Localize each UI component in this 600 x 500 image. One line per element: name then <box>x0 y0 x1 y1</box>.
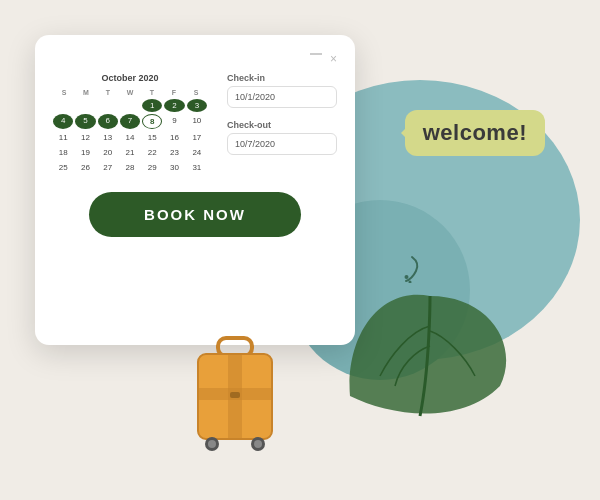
cal-day-21[interactable]: 21 <box>120 146 140 159</box>
cal-day-3[interactable]: 3 <box>187 99 207 112</box>
checkin-label: Check-in <box>227 73 337 83</box>
cal-empty-4 <box>120 99 140 112</box>
calendar: October 2020 S M T W T F S <box>53 73 207 174</box>
cal-empty-2 <box>75 99 95 112</box>
swirl-decoration <box>402 255 422 288</box>
svg-rect-7 <box>230 392 240 398</box>
cal-day-31[interactable]: 31 <box>187 161 207 174</box>
day-header-t2: T <box>141 89 163 96</box>
cal-empty-1 <box>53 99 73 112</box>
cal-day-19[interactable]: 19 <box>75 146 95 159</box>
minimize-button[interactable] <box>310 53 322 55</box>
cal-day-29[interactable]: 29 <box>142 161 162 174</box>
cal-day-12[interactable]: 12 <box>75 131 95 144</box>
checkin-checkout-section: Check-in Check-out <box>227 73 337 174</box>
day-header-w: W <box>119 89 141 96</box>
cal-day-20[interactable]: 20 <box>98 146 118 159</box>
cal-day-10[interactable]: 10 <box>187 114 207 129</box>
svg-point-1 <box>409 281 412 284</box>
cal-day-6[interactable]: 6 <box>98 114 118 129</box>
day-header-f: F <box>163 89 185 96</box>
calendar-grid: S M T W T F S 1 2 3 <box>53 89 207 174</box>
cal-day-2[interactable]: 2 <box>164 99 184 112</box>
cal-day-9[interactable]: 9 <box>164 114 184 129</box>
cal-day-24[interactable]: 24 <box>187 146 207 159</box>
cal-day-28[interactable]: 28 <box>120 161 140 174</box>
day-header-t: T <box>97 89 119 96</box>
cal-day-5[interactable]: 5 <box>75 114 95 129</box>
cal-day-15[interactable]: 15 <box>142 131 162 144</box>
cal-day-8[interactable]: 8 <box>142 114 162 129</box>
cal-day-18[interactable]: 18 <box>53 146 73 159</box>
checkout-input[interactable] <box>227 133 337 155</box>
welcome-text: welcome! <box>423 120 527 145</box>
cal-day-17[interactable]: 17 <box>187 131 207 144</box>
cal-day-13[interactable]: 13 <box>98 131 118 144</box>
calendar-body: 1 2 3 4 5 6 7 8 9 10 11 12 13 14 15 <box>53 99 207 174</box>
leaf-decoration <box>340 276 520 440</box>
cal-day-14[interactable]: 14 <box>120 131 140 144</box>
cal-day-16[interactable]: 16 <box>164 131 184 144</box>
svg-point-0 <box>405 275 409 279</box>
close-button[interactable]: × <box>330 53 337 65</box>
cal-day-23[interactable]: 23 <box>164 146 184 159</box>
checkin-input[interactable] <box>227 86 337 108</box>
svg-point-9 <box>208 440 216 448</box>
day-header-s2: S <box>185 89 207 96</box>
welcome-bubble: welcome! <box>405 110 545 156</box>
day-header-s: S <box>53 89 75 96</box>
day-header-m: M <box>75 89 97 96</box>
cal-day-1[interactable]: 1 <box>142 99 162 112</box>
window-controls: × <box>53 53 337 65</box>
svg-point-11 <box>254 440 262 448</box>
booking-window: × October 2020 S M T W T F S <box>35 35 355 345</box>
calendar-month-title: October 2020 <box>53 73 207 83</box>
cal-empty-3 <box>98 99 118 112</box>
cal-day-4[interactable]: 4 <box>53 114 73 129</box>
calendar-header: S M T W T F S <box>53 89 207 96</box>
cal-day-27[interactable]: 27 <box>98 161 118 174</box>
cal-day-25[interactable]: 25 <box>53 161 73 174</box>
cal-day-22[interactable]: 22 <box>142 146 162 159</box>
cal-day-11[interactable]: 11 <box>53 131 73 144</box>
cal-day-26[interactable]: 26 <box>75 161 95 174</box>
book-now-button[interactable]: BOOK NOW <box>89 192 301 237</box>
cal-day-30[interactable]: 30 <box>164 161 184 174</box>
suitcase-illustration <box>190 336 280 470</box>
cal-day-7[interactable]: 7 <box>120 114 140 129</box>
calendar-checkin-section: October 2020 S M T W T F S <box>53 73 337 174</box>
checkout-label: Check-out <box>227 120 337 130</box>
